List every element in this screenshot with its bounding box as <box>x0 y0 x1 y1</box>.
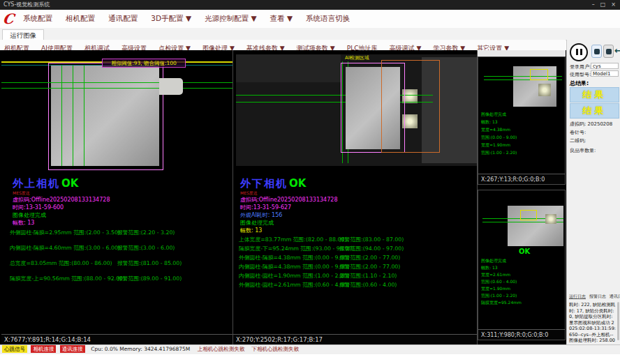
alarm-range: 报警范围:(0.60 - 4.00) <box>339 281 397 289</box>
machine-part <box>236 54 341 82</box>
overlay-measure-line <box>84 66 84 166</box>
comm-connect-badge: 通讯连接 <box>60 345 85 353</box>
log-text: 耗时: 222, 缺陷检测耗时: 17, 缺陷分类耗时: 0, 缺陷提取分区耗时… <box>569 302 617 349</box>
model-field[interactable]: Model1 <box>591 70 619 77</box>
barcode-line: 虚拟码:Offline20250208133134728 <box>13 196 110 204</box>
measurement-row: 外侧圆柱-圆柱=2.61mm 范围:(0.60 - 4.00) <box>239 281 349 289</box>
result-display-1: 结果 <box>570 87 619 103</box>
menu-comm-config[interactable]: 通讯配置 <box>103 14 142 24</box>
measurement-row: 上体宽度=83.77mm 范围:(82.00 - 88.00) <box>239 236 346 243</box>
pause-icon <box>576 49 578 55</box>
camera-icon <box>594 49 600 54</box>
log-scrollbar[interactable] <box>617 302 619 340</box>
monitor-toggle-button[interactable] <box>603 45 614 58</box>
status-ok: OK <box>61 177 78 190</box>
camera-connect-badge: 相机连接 <box>31 345 56 353</box>
ai-time-line: 外观AI耗时: 156 <box>240 211 282 219</box>
small-data-line: 宽度=1.90mm <box>481 142 510 149</box>
overlay-measure-line <box>484 76 562 77</box>
measurement-row: 外侧圆柱-隔膜=4.38mm 范围:(0.00 - 9.00) <box>239 254 349 261</box>
time-line: 时间:13-31-59-600 <box>13 204 64 211</box>
small-data-line: 范围:(1.00 - 2.20) <box>481 292 517 299</box>
measurement-row: 隔膜宽度-上=90.56mm 范围:(88.00 - 92.00) <box>10 275 125 282</box>
alarm-range: 报警范围:(89.00 - 91.00) <box>117 275 182 282</box>
menu-bar: C 系统配置 相机配置 通讯配置 3D手配置 ▼ 光源控制配置 ▼ 查看 ▼ 系… <box>0 10 620 29</box>
login-user-field[interactable]: cys <box>591 63 619 69</box>
reflection-spot <box>545 214 556 224</box>
pause-button[interactable] <box>570 43 588 61</box>
camera-panel-upper: 相似阈值:93, 吻合阈值:100 外上相机OK MES发送 虚拟码:Offli… <box>1 50 233 344</box>
barcode-line: 虚拟码:Offline20250208133134728 <box>240 196 337 204</box>
camera-name: 外下相机 <box>240 177 288 190</box>
menu-3d-config[interactable]: 3D手配置 ▼ <box>146 14 196 24</box>
menu-view[interactable]: 查看 ▼ <box>265 14 297 24</box>
yield-count-label: 良品率数量: <box>570 147 596 154</box>
pause-icon <box>580 49 582 55</box>
overlay-yellow-box <box>520 210 537 220</box>
log-tab-run[interactable]: 运行日志 <box>569 294 586 299</box>
toolbar: 相机配置 AI使用配置 相机调试 高级设置 点检设置 ▼ 图像处理 ▼ 基准线参… <box>0 40 566 51</box>
minimize-button[interactable]: – <box>592 0 595 10</box>
time-line: 时间:13-31-59-627 <box>240 204 291 211</box>
small-data-line: 幅数: 13 <box>481 264 498 271</box>
alarm-range: 报警范围:(94.00 - 97.00) <box>339 245 404 252</box>
overlay-yellow-box <box>530 69 548 80</box>
heartbeat-status-badge: 心跳信号 <box>2 345 27 353</box>
frames-line: 幅数: 13 <box>13 219 34 227</box>
brand-logo-icon: C <box>1 11 17 26</box>
small-data-line: 范围:(0.60 - 4.00) <box>481 278 517 285</box>
small-camera-panel-bottom: OK 图像处理完成 幅数: 13 宽度=2.61mm 范围:(0.60 - 4.… <box>478 190 566 340</box>
pixel-coords-readout: X:7677;Y:891;R:14;G:14;B:14 <box>1 334 232 344</box>
process-line: 图像处理完成 <box>240 219 274 227</box>
menu-light-config[interactable]: 光源控制配置 ▼ <box>200 14 261 24</box>
small-camera-panel-top: 图像处理完成 幅数: 13 宽度=4.38mm 范围:(0.00 - 9.00)… <box>478 56 566 185</box>
alarm-range: 报警范围:(81.00 - 85.00) <box>117 259 182 267</box>
frames-line: 幅数: 13 <box>240 227 262 234</box>
pixel-coords-readout: X:267;Y:13;R:0;G:0;B:0 <box>478 174 565 184</box>
alarm-range: 报警范围:(2.00 - 77.00) <box>339 263 400 271</box>
alarm-range: 报警范围:(2.00 - 77.00) <box>339 254 400 261</box>
upper-camera-heartbeat-warning: 上相机心跳检测失败 <box>198 345 245 354</box>
log-tab-alarm[interactable]: 报警日志 <box>589 294 606 298</box>
menu-camera-config[interactable]: 相机配置 <box>61 14 100 24</box>
pixel-coords-readout: X:270;Y:2502;R:17;G:17;B:17 <box>233 334 477 344</box>
overlay-measure-line <box>1 88 232 89</box>
close-button[interactable]: × <box>611 0 616 10</box>
small-data-line: 幅数: 13 <box>481 119 498 126</box>
reflection-spot <box>538 84 551 96</box>
tab-run-image[interactable]: 运行图像 <box>2 29 44 40</box>
small-data-line: 宽度=2.61mm <box>481 271 510 278</box>
overlay-measure-line <box>1 82 232 83</box>
measurement-row: 隔膜宽度-下=95.24mm 范围:(93.00 - 98.00) <box>239 245 354 252</box>
overlay-measure-line <box>484 79 562 80</box>
alarm-range: 报警范围:(3.00 - 6.00) <box>117 244 175 252</box>
model-label: 使用型号: <box>570 71 591 78</box>
camera-name: 外上相机 <box>13 177 60 190</box>
status-bar: 心跳信号 相机连接 通讯连接 Cpu: 0.0% Memory: 3424.41… <box>0 344 620 354</box>
camera-toggle-button[interactable] <box>591 45 602 58</box>
tab-strip: 运行图像 <box>0 28 620 40</box>
camera-panel-lower: AI检测区域 外下相机OK MES发送 虚拟码:Offline202502081… <box>233 50 478 344</box>
menu-language-switch[interactable]: 系统语言切换 <box>301 14 355 24</box>
result-display-2: 结果 <box>570 103 619 119</box>
title-bar: CYS-视觉检测系统 – □ × <box>0 0 620 10</box>
right-sidebar: ← 登录用户: cys 使用型号: Model1 总结果: 结果 结果 虚拟码:… <box>566 40 620 344</box>
qr-code-label: 二维码: <box>570 137 586 144</box>
overlay-measure-line <box>61 66 62 166</box>
measurement-row: 内侧圆柱-隔膜=4.60mm 范围:(3.00 - 6.00) <box>10 244 120 252</box>
small-data-line: 宽度=4.38mm <box>481 126 510 133</box>
app-window: CYS-视觉检测系统 – □ × C 系统配置 相机配置 通讯配置 3D手配置 … <box>0 0 620 364</box>
log-tab-comm[interactable]: 通讯日志 <box>610 294 620 298</box>
ai-region-label: AI检测区域 <box>345 54 369 61</box>
alarm-range: 报警范围:(83.00 - 87.00) <box>339 236 404 243</box>
camera-result-title: 外上相机OK <box>13 177 78 190</box>
camera-result-title: 外下相机OK <box>240 177 306 190</box>
cpu-memory-readout: Cpu: 0.0% Memory: 3424.41796875M <box>91 345 190 354</box>
menu-system-config[interactable]: 系统配置 <box>18 14 57 24</box>
maximize-button[interactable]: □ <box>600 0 606 10</box>
return-arrow-icon[interactable]: ← <box>614 45 620 56</box>
lower-camera-heartbeat-warning: 下相机心跳检测失败 <box>252 345 300 354</box>
measurement-row: 总宽度=83.05mm 范围:(80.00 - 86.00) <box>10 259 112 267</box>
overlay-measure-line <box>73 66 73 166</box>
status-ok: OK <box>519 248 530 255</box>
